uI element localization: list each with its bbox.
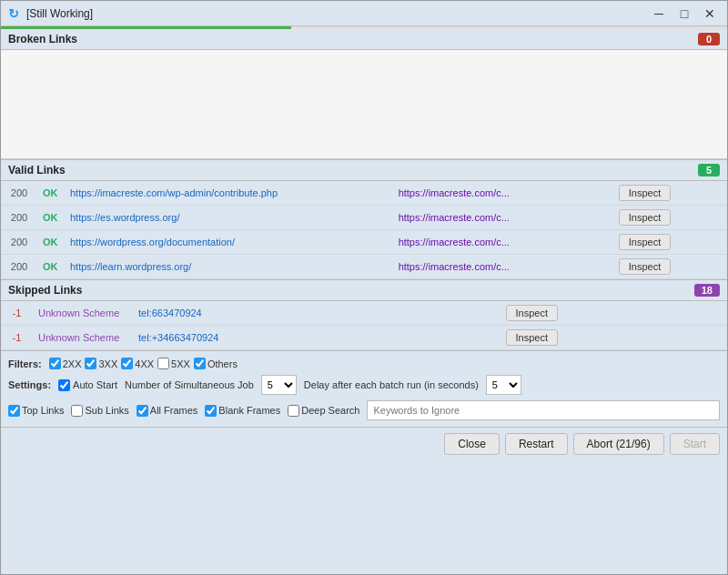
num-jobs-text: Number of Simultaneous Job xyxy=(125,379,254,390)
scheme-type: Unknown Scheme xyxy=(33,326,133,350)
status-code: 200 xyxy=(1,206,37,230)
source-url: https://imacreste.com/c... xyxy=(393,255,613,279)
inspect-button[interactable]: Inspect xyxy=(619,185,671,201)
window-controls: ─ □ ✕ xyxy=(647,5,722,23)
abort-button[interactable]: Abort (21/96) xyxy=(573,433,664,455)
filter-5xx[interactable]: 5XX xyxy=(157,358,190,369)
filter-4xx[interactable]: 4XX xyxy=(121,358,154,369)
sub-links-checkbox[interactable] xyxy=(71,405,83,417)
bottom-panel: Filters: 2XX 3XX 4XX 5XX xyxy=(1,350,727,427)
deep-search-setting[interactable]: Deep Search xyxy=(288,405,359,417)
filter-3xx[interactable]: 3XX xyxy=(85,358,117,369)
delay-select[interactable]: 5 0 1 2 3 10 xyxy=(486,375,521,395)
filter-others-checkbox[interactable] xyxy=(194,358,206,369)
broken-links-empty xyxy=(1,50,727,159)
main-window: ↻ [Still Working] ─ □ ✕ Broken Links 0 V… xyxy=(0,0,728,575)
num-jobs-label-text: Number of Simultaneous Job xyxy=(125,379,254,390)
top-links-setting[interactable]: Top Links xyxy=(8,405,64,417)
filter-others[interactable]: Others xyxy=(194,358,238,369)
close-button[interactable]: ✕ xyxy=(698,5,722,23)
status-ok: OK xyxy=(37,255,65,279)
scheme-type: Unknown Scheme xyxy=(33,301,133,326)
source-url: https://imacreste.com/c... xyxy=(393,206,613,230)
inspect-button[interactable]: Inspect xyxy=(619,209,671,226)
inspect-button[interactable]: Inspect xyxy=(506,329,558,346)
inspect-button[interactable]: Inspect xyxy=(619,258,671,275)
valid-links-table: 200 OK https://imacreste.com/wp-admin/co… xyxy=(1,181,727,279)
filter-2xx[interactable]: 2XX xyxy=(49,358,82,369)
filter-4xx-label: 4XX xyxy=(135,358,154,369)
auto-start-checkbox[interactable] xyxy=(58,379,70,391)
inspect-cell: Inspect xyxy=(613,206,727,230)
inspect-cell: Inspect xyxy=(613,255,727,279)
settings-row-2: Top Links Sub Links All Frames Blank Fra… xyxy=(8,398,720,423)
filter-2xx-checkbox[interactable] xyxy=(49,358,61,369)
valid-links-badge: 5 xyxy=(698,164,720,177)
blank-frames-checkbox[interactable] xyxy=(205,405,217,417)
action-bar: Close Restart Abort (21/96) Start xyxy=(1,427,727,460)
table-row: 200 OK https://es.wordpress.org/ https:/… xyxy=(1,206,727,230)
blank-frames-label: Blank Frames xyxy=(218,405,280,416)
num-jobs-select[interactable]: 5 1 2 3 4 10 xyxy=(261,375,297,395)
valid-links-scroll[interactable]: 200 OK https://imacreste.com/wp-admin/co… xyxy=(1,181,727,279)
deep-search-checkbox[interactable] xyxy=(288,405,299,417)
broken-links-section: Broken Links 0 xyxy=(1,29,727,160)
all-frames-setting[interactable]: All Frames xyxy=(136,405,198,417)
status-code: 200 xyxy=(1,255,37,279)
delay-label-text: Delay after each batch run (in seconds) xyxy=(304,379,479,390)
sub-links-setting[interactable]: Sub Links xyxy=(71,405,128,417)
filter-5xx-checkbox[interactable] xyxy=(157,358,169,369)
status-code: -1 xyxy=(1,301,33,326)
skipped-links-section: Skipped Links 18 -1 Unknown Scheme tel:6… xyxy=(1,279,727,350)
all-frames-checkbox[interactable] xyxy=(136,405,148,417)
settings-row-1: Settings: Auto Start Number of Simultane… xyxy=(8,372,720,398)
main-content: Broken Links 0 Valid Links 5 200 OK http… xyxy=(1,29,727,574)
window-title: [Still Working] xyxy=(26,7,647,20)
inspect-cell: Inspect xyxy=(500,326,727,350)
filter-2xx-label: 2XX xyxy=(63,358,82,369)
valid-links-header: Valid Links 5 xyxy=(1,160,727,181)
maximize-button[interactable]: □ xyxy=(672,5,696,23)
skipped-links-scroll[interactable]: -1 Unknown Scheme tel:663470924 Inspect … xyxy=(1,301,727,350)
filter-others-label: Others xyxy=(207,358,238,369)
status-code: 200 xyxy=(1,181,37,206)
inspect-button[interactable]: Inspect xyxy=(619,234,671,250)
link-url: https://learn.wordpress.org/ xyxy=(65,255,393,279)
broken-links-title: Broken Links xyxy=(8,33,77,45)
skipped-links-title: Skipped Links xyxy=(8,284,82,297)
deep-search-label: Deep Search xyxy=(301,405,359,416)
restart-button[interactable]: Restart xyxy=(505,433,568,455)
table-row: 200 OK https://learn.wordpress.org/ http… xyxy=(1,255,727,279)
link-url: https://es.wordpress.org/ xyxy=(65,206,393,230)
close-button-action[interactable]: Close xyxy=(444,433,500,455)
skipped-links-badge: 18 xyxy=(694,284,720,297)
skipped-links-header: Skipped Links 18 xyxy=(1,280,727,301)
inspect-cell: Inspect xyxy=(613,230,727,255)
link-url: tel:663470924 xyxy=(133,301,460,326)
filters-label: Filters: xyxy=(8,358,42,369)
filter-3xx-checkbox[interactable] xyxy=(85,358,96,369)
auto-start-setting[interactable]: Auto Start xyxy=(58,379,117,391)
title-bar: ↻ [Still Working] ─ □ ✕ xyxy=(1,1,727,26)
filter-4xx-checkbox[interactable] xyxy=(121,358,133,369)
status-code: -1 xyxy=(1,326,33,350)
filter-3xx-label: 3XX xyxy=(98,358,117,369)
minimize-button[interactable]: ─ xyxy=(647,5,671,23)
inspect-cell: Inspect xyxy=(500,301,727,326)
blank-frames-setting[interactable]: Blank Frames xyxy=(205,405,280,417)
inspect-cell: Inspect xyxy=(613,181,727,206)
valid-links-section: Valid Links 5 200 OK https://imacreste.c… xyxy=(1,160,727,279)
keywords-input[interactable] xyxy=(367,400,720,420)
top-links-checkbox[interactable] xyxy=(8,405,20,417)
top-links-label: Top Links xyxy=(22,405,64,416)
inspect-button[interactable]: Inspect xyxy=(506,305,558,321)
table-row: -1 Unknown Scheme tel:+34663470924 Inspe… xyxy=(1,326,727,350)
sub-links-label: Sub Links xyxy=(85,405,128,416)
start-button[interactable]: Start xyxy=(670,433,720,455)
filters-row: Filters: 2XX 3XX 4XX 5XX xyxy=(8,355,720,372)
table-row: 200 OK https://imacreste.com/wp-admin/co… xyxy=(1,181,727,206)
status-code: 200 xyxy=(1,230,37,255)
status-ok: OK xyxy=(37,206,65,230)
broken-links-badge: 0 xyxy=(698,33,720,45)
source-url: https://imacreste.com/c... xyxy=(393,230,613,255)
